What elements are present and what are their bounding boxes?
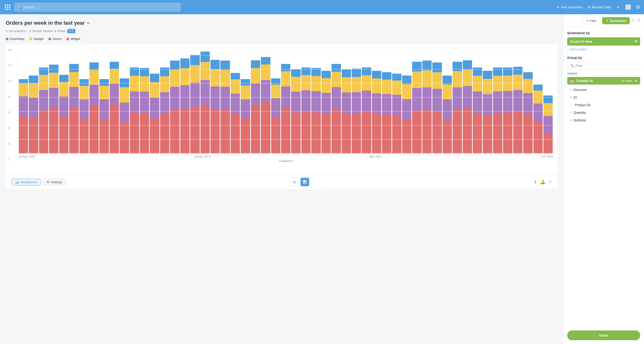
bookmark-icon[interactable]: ⬜	[625, 4, 631, 10]
bar-group[interactable]	[210, 50, 220, 153]
bar-group[interactable]	[342, 50, 351, 153]
filter-badge[interactable]: ≡ 1	[67, 29, 76, 33]
count-of-rows-badge[interactable]: Count of rows ✕	[567, 37, 640, 46]
bar-segment-red	[140, 113, 149, 154]
remove-group-icon[interactable]: ✕	[634, 79, 637, 83]
bar-group[interactable]	[241, 50, 250, 153]
bar-group[interactable]	[80, 50, 89, 153]
bar-group[interactable]	[523, 50, 532, 153]
bar-group[interactable]	[332, 50, 341, 153]
alert-icon[interactable]: 🔔	[540, 179, 545, 185]
bar-group[interactable]	[180, 50, 190, 153]
bar-group[interactable]	[29, 50, 38, 153]
bar-group[interactable]	[544, 50, 553, 153]
bar-segment-purple	[352, 92, 361, 113]
app-logo[interactable]	[4, 3, 12, 11]
bar-group[interactable]	[322, 50, 331, 153]
group-by-title: Group by	[567, 56, 640, 60]
bar-group[interactable]	[190, 50, 200, 153]
bar-group[interactable]	[49, 50, 58, 153]
bar-group[interactable]	[281, 50, 290, 153]
bar-group[interactable]	[483, 50, 492, 153]
bar-group[interactable]	[90, 50, 99, 153]
bar-group[interactable]	[412, 50, 422, 153]
bar-segment-red	[483, 115, 492, 153]
refresh-icon[interactable]: ↺	[637, 18, 640, 23]
bar-group[interactable]	[442, 50, 452, 153]
breadcrumb-table[interactable]: ⊞ Orders	[54, 29, 66, 33]
bar-group[interactable]	[110, 50, 119, 153]
bar-group[interactable]	[130, 50, 139, 153]
bar-group[interactable]	[271, 50, 280, 153]
bar-group[interactable]	[251, 50, 260, 153]
search-input[interactable]	[24, 5, 178, 9]
settings-button[interactable]: ⚙ Settings	[43, 179, 66, 186]
bar-segment-yellow	[513, 75, 522, 90]
filter-button[interactable]: ≡ Filter	[583, 17, 600, 24]
bar-group[interactable]	[100, 50, 109, 153]
bar-group[interactable]	[220, 50, 230, 153]
visualization-button[interactable]: 📊 Visualization	[12, 179, 41, 186]
bar-group[interactable]	[69, 50, 78, 153]
find-field[interactable]: 🔍	[567, 62, 640, 69]
done-button[interactable]: Done	[567, 331, 640, 340]
group-item-quantity[interactable]: # Quantity	[567, 109, 640, 116]
add-icon[interactable]: ＋	[616, 4, 620, 10]
find-input[interactable]	[576, 64, 637, 67]
bar-group[interactable]	[311, 50, 320, 153]
bar-group[interactable]	[160, 50, 169, 153]
bar-group[interactable]	[452, 50, 462, 153]
group-item-subtotal[interactable]: # Subtotal	[567, 116, 640, 124]
share-icon[interactable]: ↗	[548, 179, 552, 185]
bar-group[interactable]	[513, 50, 522, 153]
bar-group[interactable]	[463, 50, 472, 153]
bar-group[interactable]	[170, 50, 179, 153]
bar-group[interactable]	[352, 50, 361, 153]
bar-segment-purple	[362, 90, 371, 112]
list-icon[interactable]: ≡	[632, 18, 634, 23]
bar-group[interactable]	[150, 50, 159, 153]
bar-group[interactable]	[301, 50, 310, 153]
bar-group[interactable]	[231, 50, 240, 153]
add-metric-button[interactable]: + Add a metric	[567, 47, 640, 51]
group-item-label: Quantity	[574, 111, 586, 114]
group-item-id[interactable]: # ID	[567, 94, 640, 101]
bar-group[interactable]	[503, 50, 512, 153]
ask-question-button[interactable]: ✦ Ask a question	[557, 5, 583, 9]
group-item-product-id[interactable]: ⋯ Product ID	[567, 101, 640, 109]
bar-group[interactable]	[382, 50, 391, 153]
settings-icon[interactable]: ⚙	[636, 4, 640, 10]
bar-group[interactable]	[362, 50, 371, 153]
breadcrumb-analytics[interactable]: ≋ Our analytics	[6, 29, 26, 33]
bar-group[interactable]	[402, 50, 412, 153]
created-at-group-item[interactable]: 📅 Created At by week ✕	[567, 77, 640, 85]
remove-metric-button[interactable]: ✕	[634, 39, 637, 44]
bar-group[interactable]	[140, 50, 149, 153]
download-icon[interactable]: ⬇	[534, 179, 537, 185]
bar-group[interactable]	[19, 50, 28, 153]
chart-view-button[interactable]: 📊	[300, 178, 309, 186]
bar-segment-yellow	[493, 76, 502, 91]
bar-group[interactable]	[261, 50, 270, 153]
browse-data-button[interactable]: ⊞ Browse Data	[588, 5, 611, 9]
breadcrumb-dataset[interactable]: ≋ Sample Dataset	[29, 29, 52, 33]
edit-title-icon[interactable]: ✏	[87, 21, 90, 25]
y-axis-tick: 40	[8, 127, 12, 129]
bar-group[interactable]	[534, 50, 543, 153]
bar-group[interactable]	[392, 50, 402, 153]
bar-group[interactable]	[291, 50, 300, 153]
bar-group[interactable]	[39, 50, 48, 153]
table-view-button[interactable]: ⊞	[290, 178, 299, 186]
bar-group[interactable]	[422, 50, 432, 153]
bar-group[interactable]	[473, 50, 482, 153]
bar-group[interactable]	[200, 50, 210, 153]
bar-group[interactable]	[493, 50, 502, 153]
search-bar[interactable]: 🔍	[14, 2, 181, 12]
bar-group[interactable]	[59, 50, 68, 153]
group-item-discount[interactable]: # Discount	[567, 86, 640, 94]
bar-group[interactable]	[432, 50, 442, 153]
bar-segment-blue	[291, 69, 300, 77]
bar-group[interactable]	[372, 50, 381, 153]
bar-group[interactable]	[120, 50, 129, 153]
summarize-button[interactable]: ＋ Summarize	[602, 17, 630, 24]
